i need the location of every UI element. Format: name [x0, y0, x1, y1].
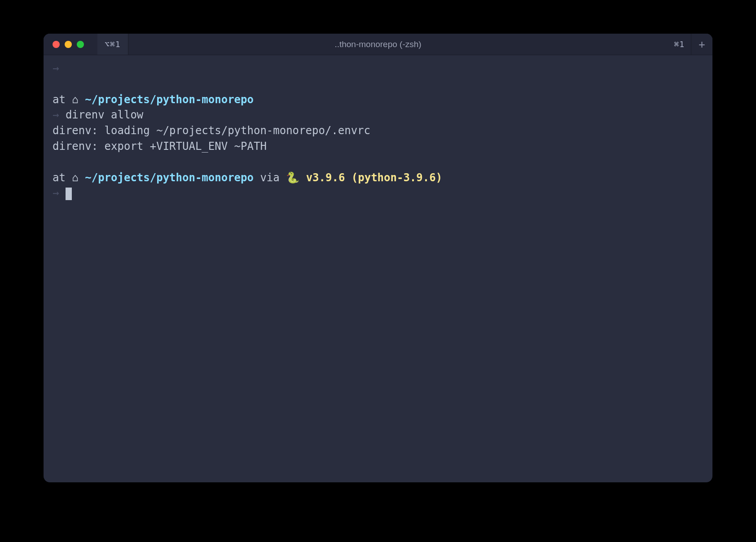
output-line: direnv: export +VIRTUAL_ENV ~PATH [53, 139, 703, 154]
shortcut-label: ⌘1 [668, 39, 691, 49]
active-tab[interactable]: ⌥⌘1 [97, 34, 128, 55]
at-label: at [53, 171, 72, 184]
command-line: → direnv allow [53, 107, 703, 123]
close-button[interactable] [53, 41, 60, 48]
maximize-button[interactable] [77, 41, 84, 48]
arrow-icon: → [53, 109, 59, 121]
prompt-context-line: at ⌂ ~/projects/python-monorepo via 🐍 v3… [53, 170, 703, 186]
minimize-button[interactable] [65, 41, 72, 48]
titlebar: ⌥⌘1 ..thon-monorepo (-zsh) ⌘1 + [44, 34, 712, 55]
terminal-body[interactable]: → at ⌂ ~/projects/python-monorepo → dire… [44, 55, 712, 482]
traffic-lights [44, 41, 84, 48]
python-version: v3.9.6 (python-3.9.6) [299, 171, 442, 184]
command-text: direnv allow [59, 109, 143, 121]
terminal-window: ⌥⌘1 ..thon-monorepo (-zsh) ⌘1 + → at ⌂ ~… [44, 34, 712, 482]
terminal-line [53, 76, 703, 92]
titlebar-right: ⌘1 + [668, 34, 712, 55]
arrow-icon: → [53, 187, 59, 199]
prompt-context-line: at ⌂ ~/projects/python-monorepo [53, 92, 703, 108]
window-title: ..thon-monorepo (-zsh) [334, 39, 421, 49]
arrow-icon: → [53, 62, 59, 74]
terminal-line [53, 154, 703, 170]
output-line: direnv: loading ~/projects/python-monore… [53, 123, 703, 139]
at-label: at [53, 93, 72, 106]
home-icon: ⌂ [72, 171, 78, 184]
cwd-path: ~/projects/python-monorepo [85, 171, 254, 184]
home-icon: ⌂ [72, 93, 78, 106]
cursor [66, 188, 72, 200]
new-tab-button[interactable]: + [691, 34, 712, 55]
python-icon: 🐍 [286, 171, 299, 184]
via-label: via [254, 171, 286, 184]
active-prompt-line: → [53, 185, 703, 201]
cwd-path: ~/projects/python-monorepo [85, 93, 254, 106]
prompt-line-empty: → [53, 61, 703, 76]
